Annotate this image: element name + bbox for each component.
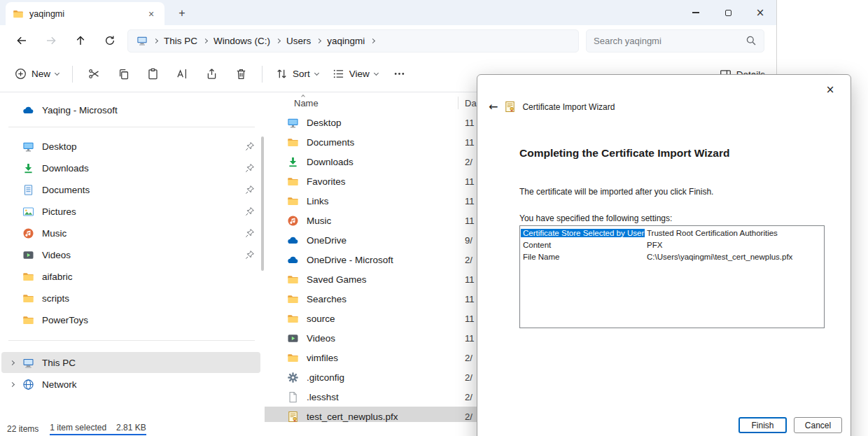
sidebar-item-label: scripts xyxy=(42,293,69,304)
sidebar-item[interactable]: This PC xyxy=(1,352,260,373)
breadcrumb-item[interactable]: yaqingmi xyxy=(327,36,365,46)
desktop-icon xyxy=(287,117,299,129)
chevron-right-icon[interactable] xyxy=(10,360,15,365)
file-name: Favorites xyxy=(307,176,346,187)
chevron-right-icon[interactable] xyxy=(10,381,15,386)
delete-button[interactable] xyxy=(227,62,255,87)
up-button[interactable] xyxy=(66,29,95,52)
sidebar-item[interactable]: Downloads xyxy=(1,157,260,178)
copy-button[interactable] xyxy=(109,62,137,87)
dialog-title: Certificate Import Wizard xyxy=(522,102,615,112)
rename-button[interactable] xyxy=(168,62,196,87)
forward-button[interactable] xyxy=(36,29,66,52)
sidebar-item[interactable]: Videos xyxy=(1,244,260,265)
column-header-date[interactable]: Da xyxy=(465,98,477,108)
search-input[interactable] xyxy=(594,36,746,46)
sidebar-item[interactable]: aifabric xyxy=(1,266,260,287)
sort-button[interactable]: Sort xyxy=(270,62,325,87)
pin-icon xyxy=(245,206,255,216)
sidebar-item-onedrive[interactable]: Yaqing - Microsoft xyxy=(1,99,260,120)
sidebar-item[interactable]: Pictures xyxy=(1,201,260,222)
breadcrumb-item[interactable]: This PC xyxy=(164,36,197,46)
paste-icon xyxy=(147,68,159,80)
sidebar-item-label: PowerToys xyxy=(42,315,88,325)
back-icon xyxy=(16,35,27,46)
new-button[interactable]: New xyxy=(8,62,65,87)
sidebar-item[interactable]: Desktop xyxy=(1,136,260,157)
scissors-icon xyxy=(88,68,100,80)
setting-value: C:\Users\yaqingmi\test_cert_newplus.pfx xyxy=(645,253,792,261)
share-button[interactable] xyxy=(197,62,225,87)
tab-close-icon[interactable]: × xyxy=(145,8,158,20)
sidebar-separator xyxy=(8,127,255,127)
videos-icon xyxy=(22,249,34,261)
selected-size: 2.81 KB xyxy=(116,423,146,433)
explorer-tab[interactable]: yaqingmi × xyxy=(6,2,164,25)
file-name: OneDrive - Microsoft xyxy=(307,255,393,265)
minimize-button[interactable] xyxy=(680,0,712,25)
sidebar-item-label: Network xyxy=(42,379,77,390)
cut-button[interactable] xyxy=(80,62,108,87)
tab-title: yaqingmi xyxy=(29,9,64,19)
address-bar[interactable]: This PCWindows (C:)Usersyaqingmi xyxy=(127,29,579,52)
back-button[interactable] xyxy=(7,29,36,52)
folder-icon xyxy=(13,8,24,20)
file-date: 11 xyxy=(465,196,475,206)
sidebar-scrollbar[interactable] xyxy=(261,136,264,271)
column-divider xyxy=(458,97,458,109)
breadcrumb-item[interactable]: Users xyxy=(286,36,311,46)
pictures-icon xyxy=(22,206,34,218)
chevron-right-icon xyxy=(153,38,158,43)
pin-icon xyxy=(245,185,255,195)
file-name: Desktop xyxy=(307,118,342,128)
settings-label: You have specified the following setting… xyxy=(519,213,672,223)
downloads-icon xyxy=(287,156,299,168)
settings-row[interactable]: Certificate Store Selected by UserTruste… xyxy=(521,227,823,239)
cloud-icon xyxy=(22,104,34,116)
settings-list[interactable]: Certificate Store Selected by UserTruste… xyxy=(519,225,825,328)
item-count: 22 items xyxy=(7,424,38,434)
new-tab-button[interactable]: + xyxy=(173,5,191,22)
file-name: source xyxy=(307,314,335,324)
network-icon xyxy=(22,379,34,391)
chevron-down-icon xyxy=(314,71,319,76)
setting-key: Certificate Store Selected by User xyxy=(521,229,645,237)
navigation-bar: This PCWindows (C:)Usersyaqingmi xyxy=(0,25,776,56)
sidebar-item[interactable]: PowerToys xyxy=(1,309,260,330)
settings-row[interactable]: ContentPFX xyxy=(521,239,823,251)
view-button[interactable]: View xyxy=(326,62,384,87)
search-box[interactable] xyxy=(586,29,764,52)
folder-icon xyxy=(22,314,34,326)
cancel-button[interactable]: Cancel xyxy=(794,417,842,433)
maximize-icon xyxy=(725,10,732,16)
setting-key: Content xyxy=(521,241,645,249)
sidebar-item[interactable]: Documents xyxy=(1,179,260,200)
pin-icon xyxy=(245,250,255,260)
close-button[interactable]: × xyxy=(744,0,776,25)
file-date: 2/ xyxy=(465,157,472,167)
dialog-close-button[interactable]: × xyxy=(818,80,842,99)
file-date: 11 xyxy=(465,314,475,324)
column-header-name[interactable]: Name xyxy=(294,98,318,108)
sidebar-item[interactable]: Music xyxy=(1,223,260,244)
cloud-icon xyxy=(287,234,299,246)
sidebar-item-label: Documents xyxy=(42,185,90,195)
breadcrumb-item[interactable]: Windows (C:) xyxy=(214,36,270,46)
file-date: 2/ xyxy=(465,372,472,383)
maximize-button[interactable] xyxy=(712,0,744,25)
sidebar-item[interactable]: scripts xyxy=(1,288,260,309)
dialog-back-button[interactable]: ← xyxy=(489,100,498,113)
file-name: Downloads xyxy=(307,157,354,167)
sidebar-item-label: Desktop xyxy=(42,141,77,152)
more-options-button[interactable] xyxy=(386,62,414,87)
settings-row[interactable]: File NameC:\Users\yaqingmi\test_cert_new… xyxy=(521,251,823,262)
setting-value: PFX xyxy=(645,241,662,249)
sidebar-item[interactable]: Network xyxy=(1,374,260,395)
file-date: 11 xyxy=(465,137,475,148)
finish-button[interactable]: Finish xyxy=(738,417,787,433)
refresh-button[interactable] xyxy=(95,29,125,52)
file-name: OneDrive xyxy=(307,235,346,246)
copy-icon xyxy=(118,68,130,80)
paste-button[interactable] xyxy=(139,62,167,87)
pin-icon xyxy=(245,163,255,173)
